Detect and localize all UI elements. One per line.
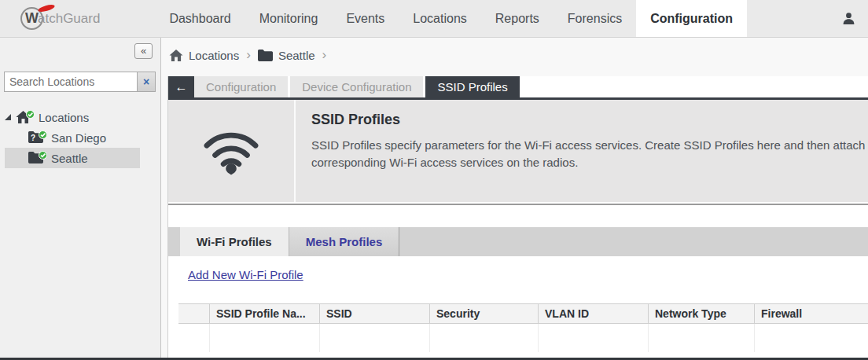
breadcrumb-separator-icon: ›	[246, 47, 251, 63]
tab-ssid-profiles[interactable]: SSID Profiles	[425, 76, 519, 97]
breadcrumb-label: Locations	[189, 49, 239, 62]
table-cell	[538, 324, 648, 352]
breadcrumb-separator-icon: ›	[322, 47, 327, 63]
back-button[interactable]: ←	[168, 76, 194, 97]
watchguard-logo[interactable]: W atchGuard	[20, 0, 100, 37]
column-header-select	[178, 304, 209, 323]
header-text-block: SSID Profiles SSID Profiles specify para…	[296, 100, 865, 202]
column-header-vlan-id[interactable]: VLAN ID	[538, 304, 648, 323]
breadcrumb-locations[interactable]: Locations	[169, 49, 239, 62]
main-content: Locations › Seattle › ← Configuration De…	[162, 38, 868, 358]
breadcrumb-label: Seattle	[278, 49, 315, 62]
status-check-icon	[39, 149, 47, 162]
tab-wifi-profiles[interactable]: Wi-Fi Profiles	[180, 227, 289, 256]
breadcrumb: Locations › Seattle ›	[169, 47, 333, 63]
locations-tree: Locations ? San Diego	[0, 107, 160, 168]
nav-item-monitoring[interactable]: Monitoring	[245, 0, 333, 37]
tab-mesh-profiles[interactable]: Mesh Profiles	[289, 227, 400, 256]
nav-item-dashboard[interactable]: Dashboard	[155, 0, 245, 37]
search-clear-button[interactable]: ×	[138, 72, 156, 92]
column-header-ssid[interactable]: SSID	[319, 304, 429, 323]
tree-item-label: Locations	[39, 111, 89, 124]
folder-icon	[258, 50, 273, 61]
tree-item-label: Seattle	[51, 152, 88, 165]
table-empty-body	[178, 324, 868, 352]
nav-item-configuration[interactable]: Configuration	[636, 0, 747, 37]
wifi-icon	[201, 127, 261, 175]
nav-item-reports[interactable]: Reports	[481, 0, 554, 37]
user-account-button[interactable]	[842, 0, 855, 37]
folder-icon	[28, 152, 46, 165]
tree-item-locations-root[interactable]: Locations	[5, 107, 140, 127]
tree-expand-caret-icon[interactable]	[5, 114, 11, 120]
column-header-firewall[interactable]: Firewall	[754, 304, 868, 323]
table-cell	[178, 324, 209, 352]
location-group-icon	[16, 111, 33, 124]
tree-item-label: San Diego	[51, 131, 106, 145]
tab-device-configuration[interactable]: Device Configuration	[290, 76, 423, 97]
search-locations-input[interactable]	[4, 72, 138, 92]
table-cell	[429, 324, 538, 352]
page-description-line1: SSID Profiles specify parameters for the…	[311, 137, 865, 154]
table-cell	[648, 324, 754, 352]
ssid-profiles-table: SSID Profile Na... SSID Security VLAN ID…	[178, 303, 868, 352]
table-cell	[209, 324, 319, 352]
home-icon	[169, 50, 183, 61]
status-check-icon	[26, 108, 35, 121]
add-new-wifi-profile-link[interactable]: Add New Wi-Fi Profile	[188, 268, 303, 281]
page-tabstrip: ← Configuration Device Configuration SSI…	[168, 76, 868, 100]
sidebar-collapse-button[interactable]: «	[134, 43, 153, 59]
location-search: ×	[4, 72, 156, 92]
status-check-icon	[39, 128, 47, 141]
breadcrumb-seattle[interactable]: Seattle	[258, 49, 315, 62]
header-divider	[168, 204, 868, 205]
configuration-panel: ← Configuration Device Configuration SSI…	[167, 76, 868, 358]
back-arrow-icon: ←	[175, 80, 188, 94]
locations-sidebar: « × Locations ?	[0, 38, 161, 358]
folder-pending-icon: ?	[28, 131, 46, 145]
user-icon	[842, 12, 855, 25]
table-cell	[319, 324, 429, 352]
add-profile-row: Add New Wi-Fi Profile	[188, 268, 868, 282]
nav-item-locations[interactable]: Locations	[399, 0, 481, 37]
column-header-ssid-profile-name[interactable]: SSID Profile Na...	[209, 304, 319, 323]
table-cell	[754, 324, 868, 352]
tree-item-san-diego[interactable]: ? San Diego	[5, 127, 140, 148]
top-nav: W atchGuard Dashboard Monitoring Events …	[0, 0, 868, 38]
nav-item-events[interactable]: Events	[332, 0, 399, 37]
tree-item-seattle[interactable]: Seattle	[5, 148, 140, 168]
profile-tabstrip: Wi-Fi Profiles Mesh Profiles	[168, 227, 868, 256]
question-glyph: ?	[31, 134, 35, 142]
nav-item-forensics[interactable]: Forensics	[554, 0, 636, 37]
page-title: SSID Profiles	[311, 112, 865, 128]
column-header-network-type[interactable]: Network Type	[648, 304, 754, 323]
main-nav: Dashboard Monitoring Events Locations Re…	[155, 0, 747, 37]
table-header-row: SSID Profile Na... SSID Security VLAN ID…	[178, 303, 868, 324]
tab-configuration[interactable]: Configuration	[194, 76, 288, 97]
column-header-security[interactable]: Security	[429, 304, 538, 323]
watchguard-wifi-cloud-app: W atchGuard Dashboard Monitoring Events …	[0, 0, 868, 360]
ssid-profiles-header: SSID Profiles SSID Profiles specify para…	[168, 100, 868, 202]
logo-wordmark: atchGuard	[38, 11, 100, 27]
header-icon-box	[168, 100, 296, 202]
page-description-line2: corresponding Wi-Fi access services on t…	[311, 154, 865, 171]
